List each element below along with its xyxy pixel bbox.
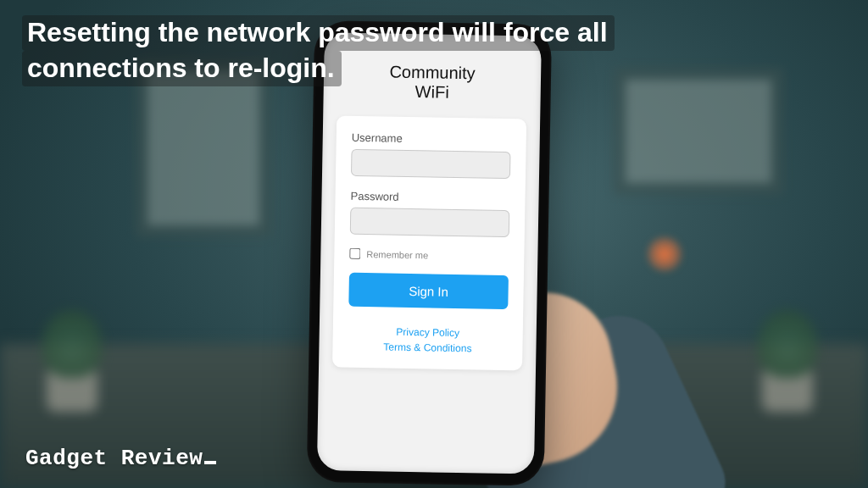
- caption-text: Resetting the network password will forc…: [22, 15, 615, 86]
- username-label: Username: [352, 131, 511, 147]
- remember-me-label: Remember me: [366, 249, 428, 260]
- slide-caption: Resetting the network password will forc…: [22, 15, 632, 86]
- remember-me-row[interactable]: Remember me: [349, 248, 509, 262]
- remember-me-checkbox[interactable]: [349, 248, 360, 259]
- username-input[interactable]: [351, 149, 511, 179]
- cursor-icon: [204, 461, 216, 464]
- plant-decorative: [749, 310, 826, 412]
- brand-watermark: Gadget Review: [25, 446, 216, 471]
- footer-links: Privacy Policy Terms & Conditions: [348, 325, 508, 355]
- password-label: Password: [350, 190, 509, 205]
- wall-frame-decorative: [614, 68, 783, 195]
- sign-in-button[interactable]: Sign In: [348, 273, 509, 309]
- privacy-policy-link[interactable]: Privacy Policy: [348, 325, 508, 340]
- login-card: Username Password Remember me Sign In Pr…: [332, 115, 526, 370]
- brand-text: Gadget Review: [25, 446, 203, 471]
- screen-glow-decorative: [648, 237, 682, 271]
- plant-decorative: [34, 310, 110, 412]
- password-input[interactable]: [350, 208, 510, 237]
- terms-conditions-link[interactable]: Terms & Conditions: [348, 341, 507, 355]
- phone-device: Community WiFi Username Password Remembe…: [307, 20, 552, 486]
- phone-screen: Community WiFi Username Password Remembe…: [317, 32, 542, 474]
- scene-root: Community WiFi Username Password Remembe…: [0, 0, 868, 488]
